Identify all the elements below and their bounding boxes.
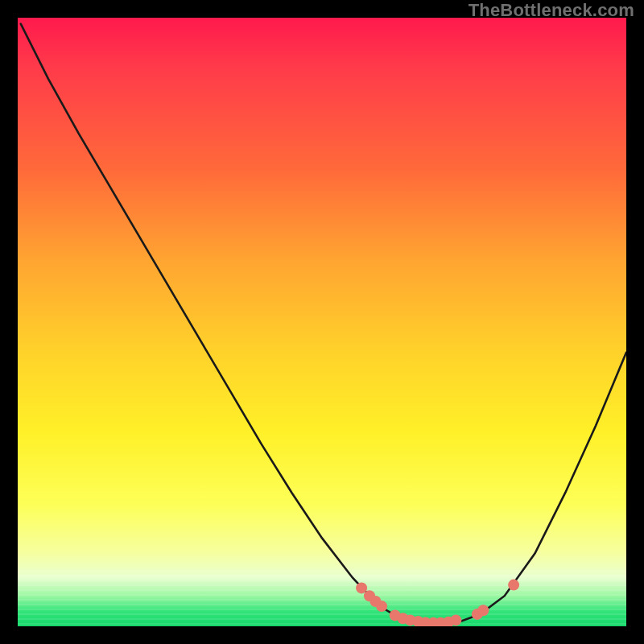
curve-dot [376,601,387,612]
plot-area [18,18,626,626]
watermark-text: TheBottleneck.com [469,2,634,19]
chart-container: TheBottleneck.com [0,0,644,644]
curve-dot [356,582,367,593]
curve-dot [450,614,461,625]
chart-svg [18,18,626,626]
curve-dot [508,580,519,591]
bottleneck-curve [21,24,626,624]
curve-dot [477,605,489,616]
